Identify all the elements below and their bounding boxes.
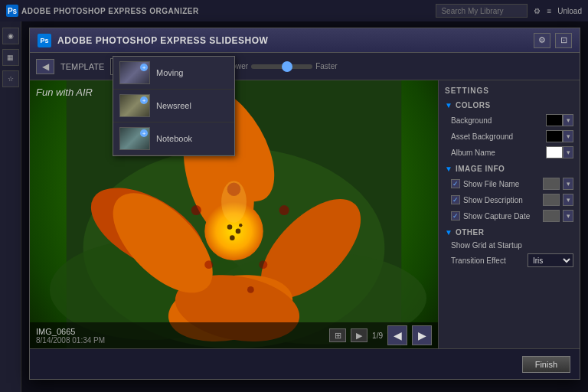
preview-title: Fun with AIR [36,87,93,98]
show-description-check-icon: ✓ [452,196,459,204]
filename-color-swatch[interactable] [543,178,560,190]
svg-point-13 [191,205,201,215]
capture-date-color-swatch[interactable] [543,210,560,222]
dropdown-thumb-newsreel: + [119,94,150,117]
asset-bg-color-dropdown[interactable]: ▾ [563,130,573,142]
left-sidebar: ◉ ▦ ☆ [0,21,21,392]
dropdown-item-moving[interactable]: + Moving [113,57,234,90]
svg-point-18 [227,224,233,230]
show-capture-date-check-icon: ✓ [452,212,459,220]
image-counter: 1/9 [372,332,383,340]
modal-window-button[interactable]: ⊡ [555,33,572,48]
pacing-slider-track[interactable] [251,64,312,69]
slideshow-modal: Ps ADOBE PHOTOSHOP EXPRESS SLIDESHOW ⚙ ⊡… [29,28,580,380]
album-name-color-dropdown[interactable]: ▾ [563,146,573,158]
asset-bg-setting-row: Asset Background ▾ [445,130,573,142]
description-color-swatch[interactable] [543,194,560,206]
asset-bg-color-swatch[interactable] [546,130,563,142]
sidebar-item-3[interactable]: ☆ [2,70,19,87]
show-grid-label: Show Grid at Startup [451,241,573,250]
show-capture-date-checkbox[interactable]: ✓ [451,211,460,220]
other-section-header: ▼ OTHER [445,228,573,237]
svg-point-16 [247,286,254,293]
svg-point-15 [204,260,213,269]
album-name-color-swatch[interactable] [546,146,563,158]
play-button[interactable]: ▶ [351,328,368,342]
asset-bg-label: Asset Background [451,132,546,141]
template-dropdown: + Moving + Newsreel + Notebook [113,56,235,156]
dropdown-item-newsreel[interactable]: + Newsreel [113,90,234,122]
transition-label: Transition Effect [451,256,528,265]
colors-section: ▼ COLORS Background ▾ Asset Background ▾ [445,101,573,158]
dropdown-thumb-notebook: + [119,127,150,150]
show-description-row: ✓ Show Description ▾ [445,194,573,206]
top-bar-search-area: ⚙ ≡ Unload [436,4,582,18]
svg-point-22 [221,181,247,223]
show-filename-label: Show File Name [463,180,540,188]
show-description-checkbox[interactable]: ✓ [451,195,460,204]
show-capture-date-row: ✓ Show Capture Date ▾ [445,210,573,222]
sidebar-icon-3: ☆ [8,75,14,83]
svg-point-12 [279,205,289,215]
transition-row: Transition Effect Iris Fade Slide [445,253,573,267]
svg-point-20 [230,235,235,240]
filename-color-dropdown[interactable]: ▾ [563,178,573,190]
add-icon-moving: + [140,64,148,71]
modal-icon-text: Ps [40,37,48,44]
image-info-section-header: ▼ IMAGE INFO [445,165,573,173]
search-input[interactable] [436,4,528,18]
app-title: ADOBE PHOTOSHOP EXPRESS ORGANIZER [21,7,199,15]
background-color-swatch[interactable] [546,114,563,126]
pacing-slider-thumb[interactable] [282,61,292,72]
top-bar: Ps ADOBE PHOTOSHOP EXPRESS ORGANIZER ⚙ ≡… [0,0,588,21]
preview-date: 8/14/2008 01:34 PM [36,336,105,345]
image-info-section-title: IMAGE INFO [456,165,505,173]
background-setting-row: Background ▾ [445,114,573,126]
dropdown-label-newsreel: Newsreel [156,101,191,110]
sidebar-item-1[interactable]: ◉ [2,28,19,44]
sidebar-icon-1: ◉ [8,32,14,40]
image-info-collapse-arrow[interactable]: ▼ [445,165,452,173]
pacing-slider-container: Slower Faster [225,62,338,70]
show-description-label: Show Description [463,196,540,204]
svg-point-21 [239,224,242,227]
finish-button[interactable]: Finish [522,356,570,373]
dropdown-item-notebook[interactable]: + Notebook [113,122,234,155]
dropdown-label-moving: Moving [156,68,183,77]
next-button[interactable]: ▶ [412,325,432,345]
prev-button[interactable]: ◀ [387,325,407,345]
gear-icon[interactable]: ⚙ [534,7,541,15]
colors-collapse-arrow[interactable]: ▼ [445,101,452,109]
grid-view-button[interactable]: ⊞ [329,328,346,342]
transition-select[interactable]: Iris Fade Slide [528,253,573,267]
other-collapse-arrow[interactable]: ▼ [445,228,452,237]
back-button[interactable]: ◀ [36,59,54,74]
modal-settings-button[interactable]: ⚙ [534,33,550,48]
background-label: Background [451,116,546,125]
description-color-dropdown[interactable]: ▾ [563,194,573,206]
modal-header: Ps ADOBE PHOTOSHOP EXPRESS SLIDESHOW ⚙ ⊡ [30,28,580,53]
show-filename-checkbox[interactable]: ✓ [451,179,460,188]
preview-bottom-bar: IMG_0665 8/14/2008 01:34 PM ⊞ ▶ 1/9 ◀ ▶ [30,322,438,348]
pacing-fast-label: Faster [315,62,337,70]
background-color-dropdown[interactable]: ▾ [563,114,573,126]
show-filename-check-icon: ✓ [452,180,459,188]
show-filename-row: ✓ Show File Name ▾ [445,178,573,190]
album-name-setting-row: Album Name ▾ [445,146,573,158]
menu-icon[interactable]: ≡ [547,7,551,15]
other-section-title: OTHER [456,228,485,237]
settings-panel: SETTINGS ▼ COLORS Background ▾ [438,80,580,348]
modal-icon: Ps [38,34,51,47]
image-info-section: ▼ IMAGE INFO ✓ Show File Name ▾ [445,165,573,222]
unload-button[interactable]: Unload [557,7,582,15]
preview-controls: ⊞ ▶ 1/9 ◀ ▶ [329,325,432,345]
colors-section-title: COLORS [456,101,491,109]
capture-date-color-dropdown[interactable]: ▾ [563,210,573,222]
app-icon-text: Ps [8,7,17,15]
settings-title: SETTINGS [445,87,573,95]
svg-point-19 [236,229,241,234]
preview-file-info: IMG_0665 8/14/2008 01:34 PM [36,327,105,345]
modal-header-buttons: ⚙ ⊡ [534,33,572,48]
add-icon-newsreel: + [140,96,148,104]
sidebar-item-2[interactable]: ▦ [2,49,19,66]
